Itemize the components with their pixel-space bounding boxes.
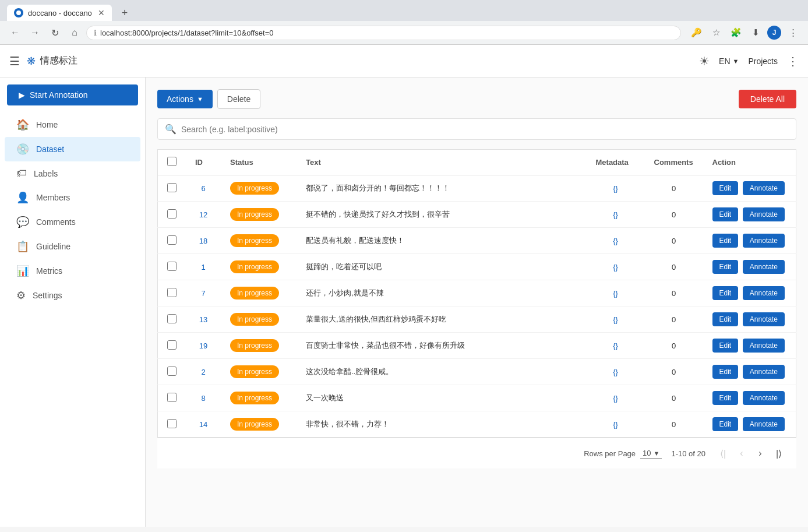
row-metadata[interactable]: {}: [587, 359, 645, 385]
row-metadata[interactable]: {}: [587, 280, 645, 306]
row-action: Edit Annotate: [703, 202, 796, 228]
row-checkbox-cell[interactable]: [158, 228, 186, 254]
row-checkbox[interactable]: [167, 262, 177, 271]
download-icon[interactable]: ⬇: [747, 24, 764, 41]
bookmark-icon[interactable]: ☆: [708, 24, 724, 41]
delete-all-button[interactable]: Delete All: [739, 90, 796, 108]
edit-button[interactable]: Edit: [712, 234, 739, 248]
theme-toggle-button[interactable]: ☀: [699, 54, 710, 68]
sidebar-labels-label: Labels: [34, 169, 58, 178]
sidebar-comments-label: Comments: [36, 217, 76, 227]
sidebar-settings-label: Settings: [33, 291, 62, 300]
status-badge: In progress: [230, 260, 279, 273]
annotate-button[interactable]: Annotate: [743, 339, 785, 353]
edit-button[interactable]: Edit: [712, 260, 739, 274]
row-metadata[interactable]: {}: [587, 306, 645, 333]
browser-titlebar: doccano - doccano ✕ +: [0, 0, 808, 21]
new-tab-button[interactable]: +: [117, 5, 133, 21]
row-checkbox[interactable]: [167, 393, 177, 402]
start-annotation-button[interactable]: ▶ Start Annotation: [7, 84, 138, 105]
home-button[interactable]: ⌂: [66, 24, 83, 41]
profile-avatar[interactable]: J: [767, 26, 781, 40]
header-more-icon[interactable]: ⋮: [787, 54, 799, 68]
search-input[interactable]: [181, 125, 789, 134]
sidebar-item-members[interactable]: 👤 Members: [5, 185, 140, 210]
extensions-icon[interactable]: 🧩: [728, 24, 744, 41]
row-checkbox-cell[interactable]: [158, 306, 186, 333]
edit-button[interactable]: Edit: [712, 417, 739, 431]
last-page-button[interactable]: |⟩: [771, 445, 787, 461]
annotate-button[interactable]: Annotate: [743, 181, 785, 195]
actions-button[interactable]: Actions ▼: [157, 90, 213, 108]
select-all-header[interactable]: [158, 150, 186, 175]
sidebar-item-labels[interactable]: 🏷 Labels: [5, 161, 140, 185]
edit-button[interactable]: Edit: [712, 339, 739, 353]
tab-close-button[interactable]: ✕: [98, 8, 105, 17]
row-checkbox-cell[interactable]: [158, 175, 186, 202]
back-button[interactable]: ←: [7, 24, 23, 41]
annotate-button[interactable]: Annotate: [743, 312, 785, 326]
first-page-button[interactable]: ⟨|: [715, 445, 731, 461]
annotate-button[interactable]: Annotate: [743, 207, 785, 221]
row-comments: 0: [645, 333, 703, 359]
row-checkbox-cell[interactable]: [158, 411, 186, 438]
table-row: 6 In progress 都说了，面和卤分开的！每回都忘！！！！ {} 0 E…: [158, 175, 796, 202]
annotate-button[interactable]: Annotate: [743, 391, 785, 405]
rows-per-page-select[interactable]: 10 ▼: [640, 448, 662, 459]
row-checkbox[interactable]: [167, 340, 177, 350]
row-checkbox-cell[interactable]: [158, 333, 186, 359]
row-checkbox[interactable]: [167, 367, 177, 376]
edit-button[interactable]: Edit: [712, 365, 739, 379]
row-checkbox-cell[interactable]: [158, 254, 186, 280]
annotate-button[interactable]: Annotate: [743, 417, 785, 431]
language-selector[interactable]: EN ▼: [719, 57, 739, 66]
row-id: 6: [186, 175, 221, 202]
prev-page-button[interactable]: ‹: [733, 445, 750, 461]
delete-button[interactable]: Delete: [217, 89, 260, 109]
annotate-button[interactable]: Annotate: [743, 286, 785, 300]
row-metadata[interactable]: {}: [587, 202, 645, 228]
sidebar-item-settings[interactable]: ⚙ Settings: [5, 283, 140, 308]
row-metadata[interactable]: {}: [587, 175, 645, 202]
password-icon[interactable]: 🔑: [688, 24, 704, 41]
row-metadata[interactable]: {}: [587, 228, 645, 254]
row-checkbox[interactable]: [167, 209, 177, 219]
address-bar[interactable]: ℹ localhost:8000/projects/1/dataset?limi…: [86, 26, 681, 40]
hamburger-menu-icon[interactable]: ☰: [9, 54, 20, 68]
sidebar-item-comments[interactable]: 💬 Comments: [5, 210, 140, 234]
sidebar-item-metrics[interactable]: 📊 Metrics: [5, 259, 140, 283]
row-checkbox-cell[interactable]: [158, 202, 186, 228]
browser-tab[interactable]: doccano - doccano ✕: [7, 5, 112, 21]
forward-button[interactable]: →: [27, 24, 43, 41]
edit-button[interactable]: Edit: [712, 391, 739, 405]
row-checkbox[interactable]: [167, 314, 177, 323]
row-checkbox[interactable]: [167, 235, 177, 245]
reload-button[interactable]: ↻: [47, 24, 63, 41]
row-metadata[interactable]: {}: [587, 385, 645, 411]
edit-button[interactable]: Edit: [712, 207, 739, 221]
sidebar-item-guideline[interactable]: 📋 Guideline: [5, 234, 140, 259]
row-checkbox-cell[interactable]: [158, 280, 186, 306]
edit-button[interactable]: Edit: [712, 312, 739, 326]
row-checkbox-cell[interactable]: [158, 359, 186, 385]
next-page-button[interactable]: ›: [752, 445, 768, 461]
edit-button[interactable]: Edit: [712, 286, 739, 300]
page-navigation: ⟨| ‹ › |⟩: [715, 445, 787, 461]
row-checkbox[interactable]: [167, 183, 177, 192]
annotate-button[interactable]: Annotate: [743, 234, 785, 248]
row-metadata[interactable]: {}: [587, 333, 645, 359]
select-all-checkbox[interactable]: [167, 157, 177, 166]
row-checkbox[interactable]: [167, 288, 177, 297]
menu-icon[interactable]: ⋮: [785, 24, 801, 41]
row-metadata[interactable]: {}: [587, 411, 645, 438]
annotate-button[interactable]: Annotate: [743, 260, 785, 274]
url-text: localhost:8000/projects/1/dataset?limit=…: [100, 29, 673, 37]
row-checkbox-cell[interactable]: [158, 385, 186, 411]
edit-button[interactable]: Edit: [712, 181, 739, 195]
sidebar-item-dataset[interactable]: 💿 Dataset: [5, 137, 140, 161]
row-checkbox[interactable]: [167, 419, 177, 428]
annotate-button[interactable]: Annotate: [743, 365, 785, 379]
row-metadata[interactable]: {}: [587, 254, 645, 280]
projects-link[interactable]: Projects: [748, 57, 778, 66]
sidebar-item-home[interactable]: 🏠 Home: [5, 112, 140, 137]
